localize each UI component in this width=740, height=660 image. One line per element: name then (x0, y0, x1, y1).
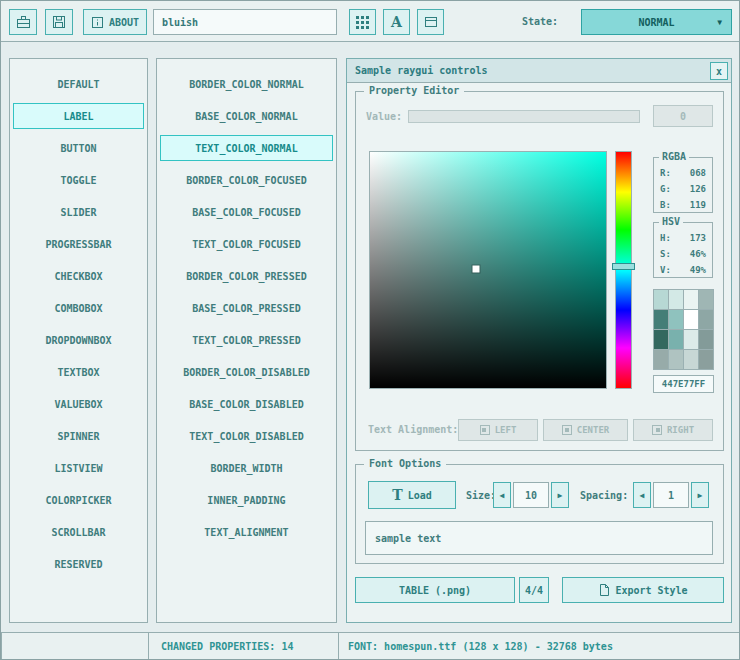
font-spacing-value: 1 (668, 490, 674, 501)
load-font-button[interactable]: T Load (368, 481, 456, 509)
value-slider[interactable] (408, 110, 640, 123)
properties-list-item[interactable]: TEXT_COLOR_PRESSED (160, 327, 333, 353)
sample-text-box[interactable]: sample text (365, 521, 713, 555)
text-alignment-label: Text Alignment: (368, 424, 458, 435)
font-options-group: Font Options T Load Size: ◀ 10 ▶ Spacing… (355, 464, 724, 564)
page-indicator[interactable]: 4/4 (519, 577, 549, 603)
controls-list-item[interactable]: SCROLLBAR (13, 519, 144, 545)
align-center-button[interactable]: CENTER (543, 419, 628, 441)
font-size-value-box[interactable]: 10 (513, 482, 549, 508)
style-table-view-button[interactable] (349, 9, 376, 35)
rgba-readout-box: RGBA R: 068 G: 126 B: 119 (653, 157, 713, 213)
palette-swatch[interactable] (654, 310, 668, 329)
palette-swatch[interactable] (684, 350, 698, 369)
properties-list-item[interactable]: BASE_COLOR_DISABLED (160, 391, 333, 417)
palette-swatch[interactable] (654, 350, 668, 369)
font-options-group-label: Font Options (364, 458, 446, 470)
state-dropdown[interactable]: NORMAL ▼ (581, 9, 732, 35)
close-icon: x (716, 66, 722, 77)
properties-list-item[interactable]: BASE_COLOR_NORMAL (160, 103, 333, 129)
properties-list-item[interactable]: BORDER_COLOR_FOCUSED (160, 167, 333, 193)
palette-swatch[interactable] (669, 290, 683, 309)
controls-list-item[interactable]: RESERVED (13, 551, 144, 577)
rgba-row-b: B: 119 (654, 198, 712, 212)
palette-swatch[interactable] (684, 330, 698, 349)
style-table-export-button[interactable]: TABLE (.png) (355, 577, 515, 603)
controls-list-item[interactable]: SLIDER (13, 199, 144, 225)
font-spacing-value-box[interactable]: 1 (653, 482, 689, 508)
properties-list-item[interactable]: BORDER_COLOR_NORMAL (160, 71, 333, 97)
rgba-row-r: R: 068 (654, 166, 712, 180)
hsv-row-s: S: 46% (654, 247, 712, 261)
h-value: 173 (690, 231, 706, 245)
palette-swatch[interactable] (699, 290, 713, 309)
palette-swatch[interactable] (654, 290, 668, 309)
grid-icon (356, 16, 369, 29)
controls-list-item[interactable]: VALUEBOX (13, 391, 144, 417)
sample-window-toggle-button[interactable] (417, 9, 444, 35)
palette-swatch[interactable] (684, 310, 698, 329)
style-color-palette (653, 289, 714, 370)
controls-list-item[interactable]: SPINNER (13, 423, 144, 449)
color-saturation-value-picker[interactable] (369, 151, 607, 389)
hue-slider-handle[interactable] (612, 263, 635, 270)
controls-list-item[interactable]: COMBOBOX (13, 295, 144, 321)
controls-list-item[interactable]: DROPDOWNBOX (13, 327, 144, 353)
controls-list-item[interactable]: LISTVIEW (13, 455, 144, 481)
controls-list-item[interactable]: COLORPICKER (13, 487, 144, 513)
sample-window-titlebar[interactable]: Sample raygui controls x (347, 59, 731, 83)
spacing-increase-button[interactable]: ▶ (691, 482, 709, 508)
export-style-button[interactable]: Export Style (562, 577, 724, 603)
properties-list-item[interactable]: BORDER_COLOR_DISABLED (160, 359, 333, 385)
save-style-button[interactable] (45, 9, 73, 35)
font-size-label: Size: (466, 490, 496, 501)
align-left-button[interactable]: LEFT (458, 419, 538, 441)
controls-list-item[interactable]: BUTTON (13, 135, 144, 161)
palette-swatch[interactable] (654, 330, 668, 349)
changed-properties-text: CHANGED PROPERTIES: 14 (161, 641, 293, 652)
rgba-row-g: G: 126 (654, 182, 712, 196)
properties-list-item[interactable]: TEXT_ALIGNMENT (160, 519, 333, 545)
load-font-label: Load (408, 490, 432, 501)
palette-swatch[interactable] (699, 330, 713, 349)
color-picker-cursor[interactable] (473, 265, 480, 272)
controls-list-item[interactable]: PROGRESSBAR (13, 231, 144, 257)
controls-list-item-selected[interactable]: LABEL (13, 103, 144, 129)
hsv-row-h: H: 173 (654, 231, 712, 245)
hue-bar[interactable] (615, 151, 632, 389)
controls-list-item[interactable]: CHECKBOX (13, 263, 144, 289)
value-box[interactable]: 0 (653, 105, 713, 127)
palette-swatch[interactable] (669, 330, 683, 349)
palette-swatch[interactable] (684, 290, 698, 309)
size-decrease-button[interactable]: ◀ (493, 482, 511, 508)
properties-list-item[interactable]: BORDER_COLOR_PRESSED (160, 263, 333, 289)
properties-list-item[interactable]: BORDER_WIDTH (160, 455, 333, 481)
palette-swatch[interactable] (669, 350, 683, 369)
sample-text: sample text (375, 533, 441, 544)
controls-list-item[interactable]: TEXTBOX (13, 359, 144, 385)
properties-list-item[interactable]: BASE_COLOR_FOCUSED (160, 199, 333, 225)
style-name-input[interactable] (153, 9, 337, 35)
properties-list-item[interactable]: TEXT_COLOR_FOCUSED (160, 231, 333, 257)
palette-swatch[interactable] (699, 350, 713, 369)
close-window-button[interactable]: x (710, 62, 728, 80)
open-style-button[interactable] (9, 9, 37, 35)
controls-list-item[interactable]: TOGGLE (13, 167, 144, 193)
properties-list-item[interactable]: TEXT_COLOR_DISABLED (160, 423, 333, 449)
properties-list-item[interactable]: BASE_COLOR_PRESSED (160, 295, 333, 321)
controls-list-item[interactable]: DEFAULT (13, 71, 144, 97)
about-button[interactable]: ABOUT (83, 9, 147, 35)
palette-swatch[interactable] (669, 310, 683, 329)
size-increase-button[interactable]: ▶ (551, 482, 569, 508)
font-spacing-label: Spacing: (580, 490, 628, 501)
properties-list-item-selected[interactable]: TEXT_COLOR_NORMAL (160, 135, 333, 161)
statusbar-font-info: FONT: homespun.ttf (128 x 128) - 32768 b… (338, 632, 740, 660)
align-right-button[interactable]: RIGHT (633, 419, 713, 441)
about-button-label: ABOUT (109, 17, 139, 28)
font-settings-button[interactable]: A (383, 9, 410, 35)
info-icon (91, 16, 104, 29)
spacing-decrease-button[interactable]: ◀ (633, 482, 651, 508)
hex-color-value-box[interactable]: 447E77FF (653, 375, 714, 393)
properties-list-item[interactable]: INNER_PADDING (160, 487, 333, 513)
palette-swatch[interactable] (699, 310, 713, 329)
